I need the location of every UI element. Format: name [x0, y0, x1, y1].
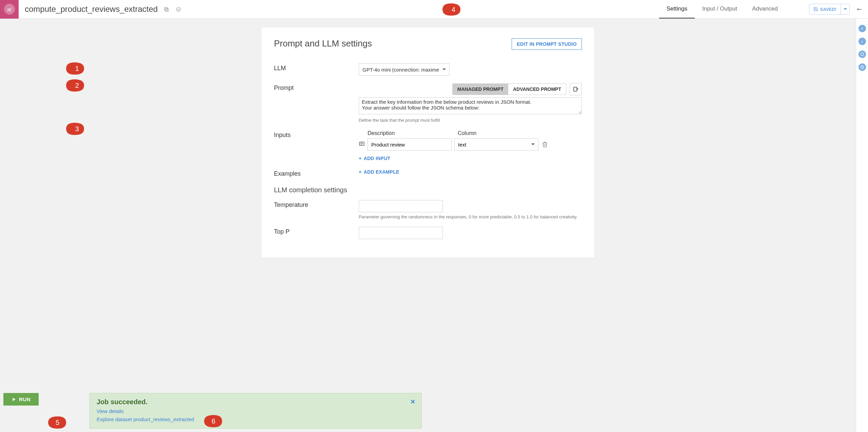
prompt-textarea[interactable] [359, 97, 582, 114]
run-button[interactable]: RUN [3, 393, 39, 406]
settings-card: Prompt and LLM settings EDIT IN PROMPT S… [262, 27, 594, 257]
tab-advanced[interactable]: Advanced [745, 0, 785, 19]
back-arrow-icon[interactable]: ← [856, 5, 863, 14]
svg-rect-0 [165, 8, 168, 11]
top-p-label: Top P [274, 227, 359, 235]
prompt-label: Prompt [274, 83, 359, 92]
tab-settings[interactable]: Settings [659, 0, 695, 19]
delete-input-icon[interactable] [541, 141, 549, 148]
examples-label: Examples [274, 169, 359, 177]
main-scroll-area[interactable]: Prompt and LLM settings EDIT IN PROMPT S… [0, 19, 856, 432]
svg-rect-5 [574, 87, 577, 91]
saved-dropdown-icon[interactable] [841, 4, 849, 14]
top-bar: aI compute_product_reviews_extracted Set… [0, 0, 868, 19]
plus-icon: + [359, 169, 361, 175]
expand-prompt-icon[interactable] [570, 83, 582, 95]
advanced-prompt-button[interactable]: ADVANCED PROMPT [508, 84, 566, 95]
inputs-col-column: Column [458, 130, 476, 136]
temperature-hint: Parameter governing the randomness in th… [359, 214, 582, 219]
input-description-field[interactable] [368, 138, 452, 151]
refresh-icon[interactable] [175, 5, 182, 13]
page-title: compute_product_reviews_extracted [25, 4, 158, 14]
plus-icon: + [359, 156, 361, 161]
history-icon[interactable] [859, 63, 866, 71]
card-title: Prompt and LLM settings [274, 38, 372, 49]
prompt-hint: Define the task that the prompt must ful… [359, 118, 582, 123]
explore-dataset-link[interactable]: Explore dataset product_reviews_extracte… [97, 415, 415, 424]
input-column-value: text [458, 142, 466, 148]
edit-prompt-studio-button[interactable]: EDIT IN PROMPT STUDIO [512, 38, 582, 50]
save-icon [813, 7, 818, 12]
temperature-input[interactable] [359, 200, 443, 212]
svg-rect-6 [359, 142, 364, 146]
llm-select[interactable]: GPT-4o mini (connection: maxime [359, 63, 450, 76]
llm-label: LLM [274, 63, 359, 72]
view-details-link[interactable]: View details [97, 407, 415, 415]
input-column-select[interactable]: text [454, 138, 538, 151]
inputs-label: Inputs [274, 130, 359, 139]
inputs-col-description: Description [368, 130, 452, 136]
svg-rect-1 [164, 7, 167, 10]
add-example-button[interactable]: + ADD EXAMPLE [359, 169, 399, 175]
header-tabs: Settings Input / Output Advanced [659, 0, 785, 19]
top-p-input[interactable] [359, 227, 443, 239]
play-icon [12, 397, 16, 402]
chat-icon[interactable] [859, 51, 866, 58]
tab-input-output[interactable]: Input / Output [695, 0, 745, 19]
llm-select-value: GPT-4o mini (connection: maxime [362, 67, 439, 73]
add-input-button[interactable]: + ADD INPUT [359, 156, 390, 161]
close-banner-icon[interactable]: ✕ [410, 398, 415, 406]
job-banner: Job succeeded. View details Explore data… [90, 393, 422, 429]
completion-settings-title: LLM completion settings [274, 186, 582, 194]
text-icon [359, 141, 365, 148]
right-sidebar: + i [856, 19, 868, 432]
saved-button[interactable]: SAVED! [809, 4, 850, 15]
managed-prompt-button[interactable]: MANAGED PROMPT [453, 84, 508, 95]
info-icon[interactable]: i [859, 38, 866, 45]
saved-label: SAVED! [820, 7, 836, 12]
prompt-mode-toggle: MANAGED PROMPT ADVANCED PROMPT [452, 83, 566, 95]
svg-point-3 [861, 53, 864, 56]
app-logo-text: aI [4, 4, 15, 15]
input-row: text [359, 138, 582, 151]
temperature-label: Temperature [274, 200, 359, 209]
copy-icon[interactable] [162, 5, 170, 13]
job-status-title: Job succeeded. [97, 398, 415, 406]
add-icon[interactable]: + [859, 25, 866, 32]
app-logo[interactable]: aI [0, 0, 19, 19]
